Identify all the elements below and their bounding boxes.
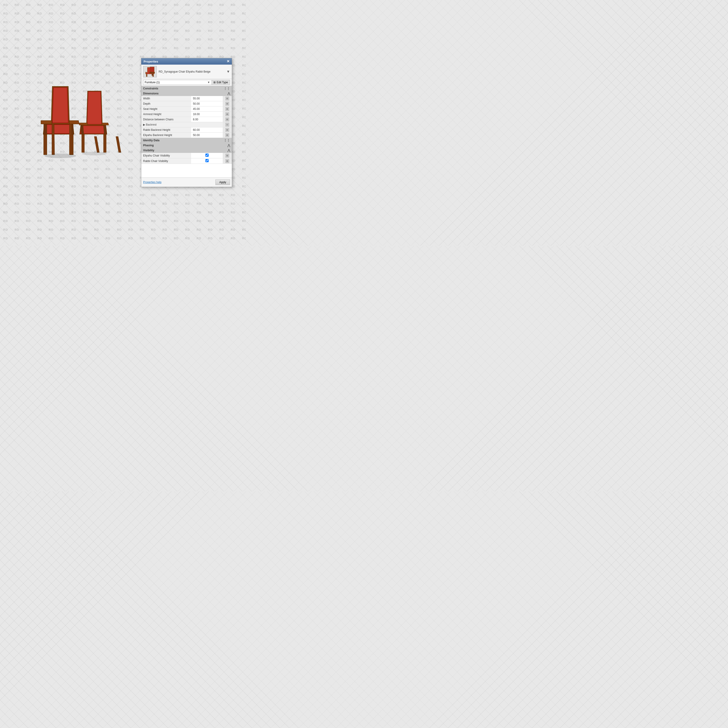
svg-rect-20 bbox=[44, 134, 47, 155]
prop-btn-armrest-height[interactable]: ⊟ bbox=[223, 112, 232, 117]
rabbi-visibility-checkbox[interactable] bbox=[205, 159, 209, 162]
table-row: Seat Height 45.00 ⊟ bbox=[141, 107, 232, 112]
panel-header: RD_Synagogue Chair Eliyahu Rabbi Beige ▼ bbox=[141, 64, 232, 79]
visibility-label: Visibility bbox=[143, 149, 154, 152]
prop-name-rabbi-vis: Rabbi Chair Visibility bbox=[141, 158, 191, 164]
table-row-backrest-group: ▶ Backrest ⊟ bbox=[141, 122, 232, 127]
svg-marker-13 bbox=[52, 87, 68, 123]
prop-name-depth: Depth bbox=[141, 101, 191, 107]
prop-name-dist-chairs: Distance between Chairs bbox=[141, 117, 191, 122]
properties-panel: Properties ✕ RD_Synagogue Chair El bbox=[141, 58, 232, 187]
type-selector[interactable]: Furniture (1) bbox=[143, 80, 212, 85]
prop-btn-dist-chairs[interactable]: ⊟ bbox=[223, 117, 232, 122]
item-dropdown-arrow[interactable]: ▼ bbox=[226, 66, 230, 77]
prop-name-eliyahu-backrest: Eliyahu Backrest Height bbox=[141, 133, 191, 138]
svg-rect-30 bbox=[145, 72, 147, 74]
prop-btn-backrest-group[interactable]: ⊟ bbox=[223, 122, 232, 127]
prop-value-seat-height[interactable]: 45.00 bbox=[191, 107, 223, 112]
svg-marker-6 bbox=[79, 123, 87, 125]
table-row: Depth 50.00 ⊟ bbox=[141, 101, 232, 107]
svg-marker-18 bbox=[41, 121, 52, 124]
prop-btn-rabbi-vis[interactable]: ⊟ bbox=[223, 158, 232, 164]
edit-type-icon: ⊞ bbox=[213, 81, 216, 84]
table-row: Eliyahu Chair Visibility ⊟ bbox=[141, 153, 232, 158]
svg-marker-2 bbox=[81, 126, 106, 133]
table-row: Rabbi Backrest Height 60.00 ⊟ bbox=[141, 127, 232, 133]
identity-data-collapse-icon: ⋮⋮ bbox=[223, 139, 230, 142]
section-visibility[interactable]: Visibility ⋀ bbox=[141, 148, 232, 153]
eliyahu-visibility-checkbox[interactable] bbox=[205, 154, 209, 157]
table-row: Armrest Height 18.00 ⊟ bbox=[141, 112, 232, 117]
phasing-collapse-icon: ⋀ bbox=[228, 144, 230, 147]
prop-name-rabbi-backrest: Rabbi Backrest Height bbox=[141, 127, 191, 133]
prop-value-armrest-height[interactable]: 18.00 bbox=[191, 112, 223, 117]
svg-rect-9 bbox=[104, 134, 106, 153]
svg-rect-11 bbox=[116, 136, 121, 153]
prop-name-width: Width bbox=[141, 96, 191, 101]
chair-illustration bbox=[18, 73, 127, 164]
table-row: Eliyahu Backrest Height 50.00 ⊟ bbox=[141, 133, 232, 138]
constraints-label: Constraints bbox=[143, 87, 158, 90]
dimensions-collapse-icon: ⋀ bbox=[228, 92, 230, 95]
section-dimensions[interactable]: Dimensions ⋀ bbox=[141, 91, 232, 96]
svg-point-24 bbox=[44, 154, 76, 158]
svg-marker-22 bbox=[52, 124, 55, 155]
phasing-label: Phasing bbox=[143, 144, 154, 147]
svg-rect-35 bbox=[150, 67, 154, 72]
prop-name-armrest-height: Armrest Height bbox=[141, 112, 191, 117]
properties-help-link[interactable]: Properties help bbox=[143, 180, 162, 184]
prop-btn-width[interactable]: ⊟ bbox=[223, 96, 232, 101]
svg-rect-36 bbox=[150, 72, 155, 73]
visibility-table: Eliyahu Chair Visibility ⊟ Rabbi Chair V… bbox=[141, 153, 232, 164]
table-row: Rabbi Chair Visibility ⊟ bbox=[141, 158, 232, 164]
prop-btn-eliyahu-backrest[interactable]: ⊟ bbox=[223, 133, 232, 138]
close-button[interactable]: ✕ bbox=[226, 60, 229, 63]
svg-point-25 bbox=[82, 152, 107, 155]
svg-rect-16 bbox=[44, 124, 47, 134]
svg-marker-3 bbox=[87, 92, 102, 124]
section-phasing[interactable]: Phasing ⋀ bbox=[141, 143, 232, 148]
prop-name-seat-height: Seat Height bbox=[141, 107, 191, 112]
prop-value-width[interactable]: 55.00 bbox=[191, 96, 223, 101]
prop-btn-seat-height[interactable]: ⊟ bbox=[223, 107, 232, 112]
prop-value-eliyahu-vis[interactable] bbox=[191, 153, 223, 158]
svg-rect-10 bbox=[94, 136, 99, 153]
svg-rect-8 bbox=[82, 134, 84, 153]
prop-btn-depth[interactable]: ⊟ bbox=[223, 101, 232, 107]
panel-empty-space bbox=[141, 164, 232, 177]
prop-value-dist-chairs[interactable]: 8.00 bbox=[191, 117, 223, 122]
panel-title: Properties bbox=[144, 60, 158, 63]
prop-value-rabbi-backrest[interactable]: 60.00 bbox=[191, 127, 223, 133]
section-identity-data[interactable]: Identity Data ⋮⋮ bbox=[141, 138, 232, 143]
prop-value-rabbi-vis[interactable] bbox=[191, 158, 223, 164]
identity-data-label: Identity Data bbox=[143, 139, 159, 142]
prop-name-backrest-group: ▶ Backrest bbox=[141, 122, 223, 127]
svg-marker-19 bbox=[69, 121, 79, 124]
svg-marker-15 bbox=[44, 125, 73, 133]
dimensions-table: Width 55.00 ⊟ Depth 50.00 ⊟ Seat Height … bbox=[141, 96, 232, 138]
prop-btn-rabbi-backrest[interactable]: ⊟ bbox=[223, 127, 232, 133]
edit-type-label: Edit Type bbox=[217, 81, 228, 84]
panel-title-bar: Properties ✕ bbox=[141, 58, 232, 64]
item-name: RD_Synagogue Chair Eliyahu Rabbi Beige bbox=[159, 66, 225, 77]
apply-button[interactable]: Apply bbox=[216, 179, 230, 185]
prop-value-eliyahu-backrest[interactable]: 50.00 bbox=[191, 133, 223, 138]
svg-marker-23 bbox=[69, 124, 72, 155]
prop-name-eliyahu-vis: Eliyahu Chair Visibility bbox=[141, 153, 191, 158]
section-constraints[interactable]: Constraints ⋮⋮ bbox=[141, 86, 232, 91]
prop-value-depth[interactable]: 50.00 bbox=[191, 101, 223, 107]
svg-marker-7 bbox=[102, 123, 109, 125]
table-row: Width 55.00 ⊟ bbox=[141, 96, 232, 101]
dimensions-label: Dimensions bbox=[143, 92, 159, 95]
visibility-collapse-icon: ⋀ bbox=[228, 148, 230, 152]
type-selector-row: Furniture (1) ▼ ⊞ Edit Type bbox=[141, 79, 232, 86]
svg-rect-37 bbox=[152, 73, 153, 76]
table-row: Distance between Chairs 8.00 ⊟ bbox=[141, 117, 232, 122]
svg-rect-33 bbox=[153, 74, 154, 77]
item-thumbnail bbox=[143, 66, 157, 77]
panel-footer: Properties help Apply bbox=[141, 177, 232, 187]
constraints-collapse-icon: ⋮⋮ bbox=[223, 87, 230, 90]
edit-type-button[interactable]: ⊞ Edit Type bbox=[211, 80, 230, 85]
prop-btn-eliyahu-vis[interactable]: ⊟ bbox=[223, 153, 232, 158]
svg-rect-32 bbox=[146, 74, 147, 77]
